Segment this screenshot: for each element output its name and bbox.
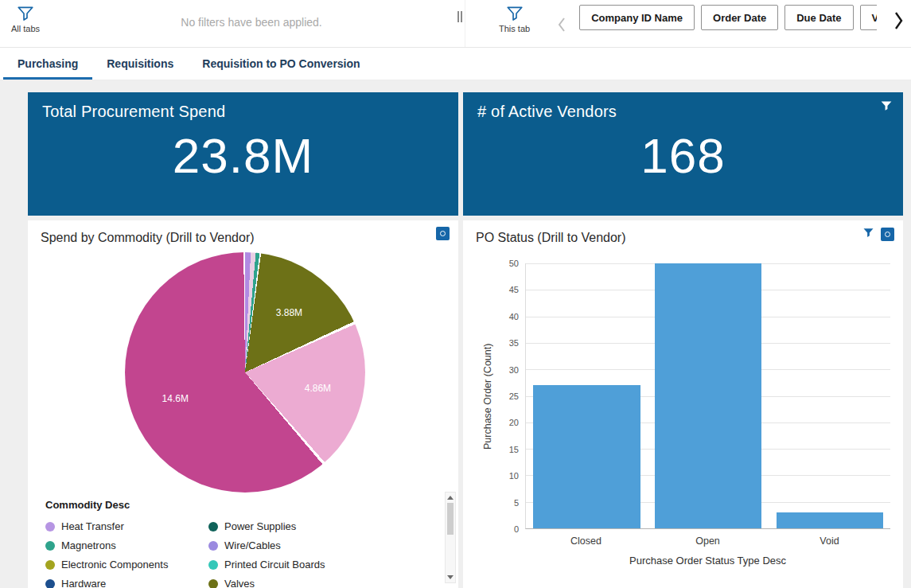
panel-title: PO Status (Drill to Vendor) — [463, 220, 903, 245]
kpi-title: Total Procurement Spend — [28, 92, 458, 121]
tab-purchasing[interactable]: Purchasing — [3, 48, 92, 80]
kpi-total-procurement-spend[interactable]: Total Procurement Spend 23.8M — [28, 92, 458, 216]
panel-filter-icon[interactable] — [862, 227, 874, 242]
bar-open[interactable] — [655, 263, 761, 528]
legend-label: Valves — [224, 578, 255, 588]
this-tab-filter-area: This tab Company ID Name Order Date Due … — [465, 0, 911, 47]
legend-item[interactable]: Valves — [208, 578, 431, 588]
legend-swatch-icon — [45, 579, 55, 588]
legend-item[interactable]: Hardware — [45, 578, 208, 588]
legend-item[interactable]: Printed Circuit Boards — [208, 559, 431, 570]
legend-swatch-icon — [208, 522, 218, 532]
y-tick-label: 30 — [509, 365, 519, 375]
y-tick-label: 0 — [514, 524, 519, 534]
legend-label: Magnetrons — [61, 539, 116, 551]
y-tick-label: 40 — [509, 312, 519, 321]
pie-chart[interactable]: 3.88M4.86M14.6M — [125, 252, 365, 493]
legend-swatch-icon — [208, 560, 218, 570]
bar-column — [769, 263, 890, 528]
legend-swatch-icon — [45, 560, 55, 570]
scroll-up-icon[interactable] — [447, 496, 454, 500]
filter-chip-company-id-name[interactable]: Company ID Name — [579, 5, 695, 30]
y-tick-label: 15 — [509, 445, 519, 454]
legend-title: Commodity Desc — [45, 499, 431, 511]
legend-label: Hardware — [61, 578, 106, 588]
bar-plot — [525, 263, 890, 529]
kpi-title: # of Active Vendors — [463, 92, 903, 121]
legend-item[interactable]: Magnetrons — [45, 539, 208, 551]
pie-legend: Commodity Desc Heat TransferPower Suppli… — [45, 499, 431, 588]
ring-glyph — [440, 231, 446, 236]
x-tick-label: Closed — [525, 535, 647, 547]
y-tick-label: 10 — [509, 471, 519, 481]
kpi-filter-icon[interactable] — [880, 99, 893, 115]
y-axis-title: Purchase Order (Count) — [482, 263, 493, 529]
filter-chips: Company ID Name Order Date Due Date V — [579, 5, 877, 30]
y-tick-label: 5 — [514, 498, 519, 508]
chevron-right-icon[interactable] — [892, 10, 905, 35]
legend-swatch-icon — [208, 541, 218, 551]
y-tick-label: 50 — [509, 259, 519, 268]
spend-by-commodity-panel: Spend by Commodity (Drill to Vendor) 3.8… — [28, 220, 458, 588]
filter-funnel-icon — [506, 5, 524, 22]
filter-chip-due-date[interactable]: Due Date — [784, 5, 853, 30]
bar-closed[interactable] — [533, 385, 640, 528]
legend-swatch-icon — [45, 522, 55, 532]
tab-requisition-to-po-conversion[interactable]: Requisition to PO Conversion — [188, 48, 374, 80]
legend-label: Heat Transfer — [61, 520, 124, 532]
tab-requisitions[interactable]: Requisitions — [92, 48, 188, 80]
all-tabs-filter-button[interactable]: All tabs — [11, 5, 40, 33]
y-tick-label: 25 — [509, 391, 519, 401]
legend-swatch-icon — [208, 579, 218, 588]
y-tick-label: 45 — [509, 285, 519, 294]
legend-item[interactable]: Electronic Components — [45, 559, 208, 570]
bars — [526, 263, 890, 528]
dashboard-canvas: Total Procurement Spend 23.8M # of Activ… — [0, 80, 911, 588]
pie-slice-label: 4.86M — [305, 383, 331, 394]
legend-label: Electronic Components — [61, 559, 168, 570]
filter-funnel-icon — [17, 5, 34, 22]
x-tick-label: Void — [769, 535, 890, 547]
x-tick-label: Open — [647, 535, 769, 547]
bar-void[interactable] — [777, 512, 883, 528]
this-tab-label: This tab — [499, 24, 530, 33]
filter-chip-order-date[interactable]: Order Date — [701, 5, 778, 30]
bar-column — [526, 263, 648, 528]
scroll-thumb[interactable] — [447, 503, 454, 535]
legend-label: Power Supplies — [224, 520, 296, 532]
kpi-value: 23.8M — [28, 127, 458, 184]
y-tick-label: 35 — [509, 338, 519, 348]
splitter-handle-icon[interactable] — [455, 0, 465, 47]
legend-label: Printed Circuit Boards — [224, 559, 325, 570]
scroll-down-icon[interactable] — [447, 575, 454, 579]
kpi-value: 168 — [463, 127, 903, 184]
filter-bar: All tabs No filters have been applied. T… — [0, 0, 911, 48]
chevron-left-icon[interactable] — [557, 16, 566, 37]
kpi-active-vendors[interactable]: # of Active Vendors 168 — [463, 92, 903, 216]
legend-scrollbar[interactable] — [445, 492, 456, 583]
legend-item[interactable]: Heat Transfer — [45, 520, 208, 532]
pie-slice-label: 14.6M — [162, 393, 189, 404]
all-tabs-label: All tabs — [11, 24, 40, 33]
panel-title: Spend by Commodity (Drill to Vendor) — [28, 220, 458, 245]
bar-column — [648, 263, 769, 528]
legend-item[interactable]: Wire/Cables — [208, 539, 431, 551]
this-tab-filter-button[interactable]: This tab — [499, 5, 530, 33]
legend-swatch-icon — [45, 541, 55, 551]
y-axis-ticks: 05101520253035404550 — [498, 263, 519, 529]
pin-icon[interactable] — [436, 227, 450, 240]
filter-chip-truncated[interactable]: V — [860, 5, 878, 30]
legend-label: Wire/Cables — [224, 539, 281, 551]
y-tick-label: 20 — [509, 418, 519, 427]
legend-grid: Heat TransferPower SuppliesMagnetronsWir… — [45, 520, 431, 588]
pie-slice-label: 3.88M — [276, 307, 302, 318]
x-axis-title: Purchase Order Status Type Desc — [525, 555, 890, 567]
no-filters-message: No filters have been applied. — [48, 16, 455, 29]
all-tabs-filter-area: All tabs No filters have been applied. — [0, 0, 455, 47]
pin-icon[interactable] — [881, 228, 894, 241]
legend-item[interactable]: Power Supplies — [208, 520, 431, 532]
po-status-panel: PO Status (Drill to Vendor) Purchase Ord… — [463, 220, 903, 588]
x-axis-labels: ClosedOpenVoid — [525, 535, 890, 547]
dashboard-tab-bar: Purchasing Requisitions Requisition to P… — [0, 48, 911, 80]
ring-glyph — [885, 232, 890, 237]
